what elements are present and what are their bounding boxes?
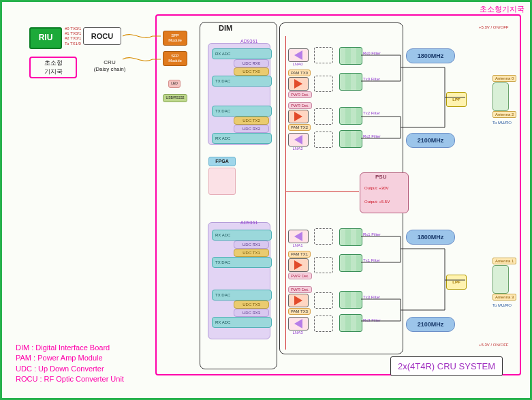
usb-rs232-block: USB/RS232 (163, 94, 187, 102)
led-block: LED (168, 80, 181, 88)
ant2-label: Antenna 2 (492, 111, 516, 118)
pam-tx1-amp (288, 258, 309, 272)
lna0-amp (288, 48, 309, 62)
lpf-bot: LPF (446, 275, 467, 290)
pam-tx1-label: PAM TX1 (288, 251, 311, 258)
pam-tx2-label: PAM TX2 (288, 124, 311, 131)
fpga-body (208, 168, 236, 195)
udc-tx0: UDC TX0 (234, 67, 269, 76)
udc-rx1: UDC RX1 (234, 241, 269, 249)
pam-tx0-amp (288, 77, 309, 91)
rx-adc-3: RX ADC (212, 317, 272, 328)
legend: DIM : Digital Interface Board PAM : Powe… (16, 343, 124, 385)
rx-adc-0: RX ADC (212, 48, 272, 59)
pwr-label-top: +5.3V / ON/OFF (479, 25, 509, 31)
multiplier-icon-2 (314, 108, 333, 125)
pwr-det-2: PWR Det. (288, 102, 312, 109)
ant-switch-top (492, 82, 509, 111)
small-bs-block: 초소형 기지국 (29, 57, 77, 78)
pam-tx0-label: PAM TX0 (288, 70, 311, 76)
fpga-label: FPGA (208, 157, 236, 166)
rx0-filter-icon (339, 47, 362, 65)
multiplier-icon-6 (314, 292, 333, 309)
ant-switch-bot (492, 265, 509, 294)
riu-block: RIU (29, 27, 62, 49)
multiplier-icon-1 (314, 76, 333, 92)
legend-pam: PAM : Power Amp Module (16, 353, 124, 363)
udc-tx3: UDC TX3 (234, 301, 269, 309)
rx2-filter-label: Rx2 Filter (363, 134, 397, 138)
sfp-module-1: SFP Module (163, 51, 187, 66)
psu-30v: Output: +30V (364, 186, 389, 190)
rx1-filter-label: Rx1 Filter (363, 232, 397, 236)
rx0-filter-label: Rx0 Filter (363, 51, 397, 55)
rx2-filter-icon (339, 130, 362, 148)
pam-tx3-label: PAM TX3 (288, 308, 311, 315)
ad9361-bot-label: AD9361 (240, 220, 257, 226)
pam-tx3-amp (288, 294, 309, 307)
tx3-filter-label: Tx3 Filter (363, 295, 397, 299)
tx0-filter-icon (339, 73, 362, 91)
lna3-amp (288, 317, 309, 330)
tx3-filter-icon (339, 291, 362, 309)
to-mu-top: To MU/RO (492, 121, 512, 126)
multiplier-icon-0 (314, 47, 333, 63)
tx1-filter-icon (339, 254, 362, 272)
lpf-top: LPF (446, 92, 467, 107)
tx2-filter-icon (339, 107, 362, 125)
freq-1800-top: 1800MHz (406, 48, 455, 63)
rx-adc-1: RX ADC (212, 230, 272, 241)
ad9361-top-label: AD9361 (240, 39, 257, 45)
tx2-filter-label: Tx2 Filter (363, 111, 397, 115)
lna1-label: LNA1 (284, 243, 311, 247)
freq-1800-bot: 1800MHz (406, 230, 455, 245)
pwr-det-0: PWR Det. (288, 91, 312, 98)
tx-dac-0: TX DAC (212, 76, 272, 87)
udc-tx2: UDC TX2 (234, 117, 269, 125)
freq-2100-top: 2100MHz (406, 133, 455, 148)
lna2-label: LNA2 (284, 147, 311, 151)
legend-udc: UDC : Up Down Converter (16, 364, 124, 374)
multiplier-icon-4 (314, 228, 333, 245)
rocu-block: ROCU (83, 27, 121, 45)
cru-daisy-label: CRU (Daisy chain) (86, 59, 134, 73)
riu-port-lines: #0 TX0/1 #1 TX0/1 #2 TX0/1 To TX1/0 (65, 27, 81, 46)
multiplier-icon-7 (314, 316, 333, 332)
tx0-filter-label: Tx0 Filter (363, 77, 397, 81)
ant1-label: Antenna 1 (492, 258, 516, 264)
rx3-filter-icon (339, 314, 362, 332)
to-mu-bot: To MU/RO (492, 303, 512, 309)
rx3-filter-label: Rx3 Filter (363, 318, 397, 322)
rx-adc-2: RX ADC (212, 133, 272, 144)
system-title: 2x(4T4R) CRU SYSTEM (390, 356, 503, 376)
pwr-label-bot: +5.3V / ON/OFF (479, 343, 509, 348)
pam-tx2-amp (288, 110, 309, 123)
title-top: 초소형기지국 (480, 5, 525, 14)
power-bus-branch (285, 191, 359, 192)
power-bus-wire (285, 36, 286, 350)
multiplier-icon-3 (314, 132, 333, 148)
lna3-label: LNA3 (284, 330, 311, 335)
legend-dim: DIM : Digital Interface Board (16, 343, 124, 353)
tx-dac-1: TX DAC (212, 257, 272, 268)
pwr-det-3: PWR Det. (288, 286, 312, 293)
udc-rx0: UDC RX0 (234, 59, 269, 67)
sfp-module-0: SFP Module (163, 31, 187, 46)
psu-title: PSU (375, 174, 386, 181)
freq-2100-bot: 2100MHz (406, 317, 455, 332)
udc-rx3: UDC RX3 (234, 309, 269, 317)
udc-rx2: UDC RX2 (234, 125, 269, 133)
lna2-amp (288, 133, 309, 147)
tx-dac-2: TX DAC (212, 106, 272, 117)
pwr-det-1: PWR Det. (288, 273, 312, 279)
lna1-amp (288, 230, 309, 243)
psu-5-5v: Output: +5.5V (364, 200, 390, 204)
tx1-filter-label: Tx1 Filter (363, 258, 397, 262)
tx-dac-3: TX DAC (212, 290, 272, 301)
legend-rocu: ROCU : RF Optic Converter Unit (16, 374, 124, 384)
udc-tx1: UDC TX1 (234, 249, 269, 257)
ant0-label: Antenna 0 (492, 75, 516, 82)
dim-title: DIM (219, 24, 232, 32)
ant3-label: Antenna 3 (492, 294, 516, 301)
lna0-label: LNA0 (284, 62, 311, 66)
